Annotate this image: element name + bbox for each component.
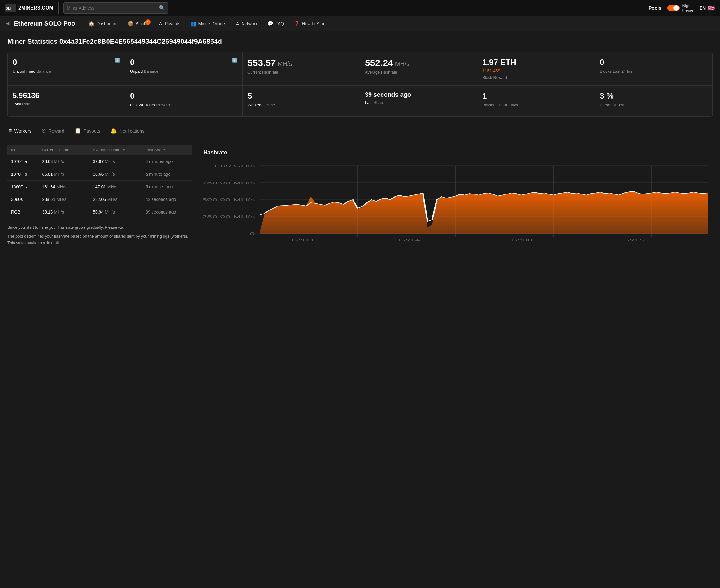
svg-text:12/14: 12/14 [397, 238, 421, 242]
stats-grid: 0 ℹ️ Unconfirmed Balance 0 ℹ️ Unpaid Bal… [7, 52, 713, 117]
blocks-icon: 📦 [128, 21, 134, 26]
svg-text:12:00: 12:00 [509, 238, 533, 242]
nav-item-network[interactable]: 🖥 Network [231, 19, 262, 28]
nav-label-network: Network [242, 21, 257, 26]
stat-personal-luck: 3 % Personal luck [595, 86, 712, 117]
nav-label-how-to-start: How to Start [302, 21, 325, 26]
left-panel: ID Current Hashrate Average Hashrate Las… [7, 145, 192, 251]
logo-text: 2MINERS.COM [19, 5, 53, 11]
nav-item-miners-online[interactable]: 👥 Miners Online [186, 19, 229, 28]
workers-online-label: Workers Online [248, 103, 355, 107]
logo-icon: 2M [5, 4, 16, 12]
tab-reward[interactable]: ⊙ Reward [40, 124, 66, 139]
notifications-tab-label: Notifications [119, 128, 145, 133]
info-icon-unconfirmed[interactable]: ℹ️ [115, 58, 120, 63]
current-hashrate-cell: 38.18 MH/s [38, 206, 89, 218]
block-reward-label: Block Reward [482, 75, 590, 80]
stats-row-1: 0 ℹ️ Unconfirmed Balance 0 ℹ️ Unpaid Bal… [8, 52, 712, 86]
tab-notifications[interactable]: 🔔 Notifications [109, 124, 146, 139]
svg-text:0: 0 [250, 232, 255, 235]
content-grid: ID Current Hashrate Average Hashrate Las… [7, 145, 713, 251]
blocks-30d-label: Blocks Last 30 days [482, 103, 590, 107]
info-line-1: Since you start to mine your hashrate gr… [7, 224, 192, 231]
reward-tab-label: Reward [48, 128, 64, 133]
nav-item-payouts[interactable]: 🗂 Payouts [154, 19, 185, 28]
current-hashrate-cell: 66.81 MH/s [38, 168, 89, 181]
info-icon-unpaid[interactable]: ℹ️ [232, 58, 237, 63]
stat-block-reward: 1.97 ETH 1151.45$ Block Reward [478, 52, 595, 85]
svg-text:12/15: 12/15 [621, 238, 645, 242]
personal-luck-value: 3 % [600, 91, 707, 101]
stat-total-paid: 5.96136 Total Paid [8, 86, 125, 117]
average-hashrate-unit: MH/s [395, 60, 410, 67]
svg-text:250.00 MH/s: 250.00 MH/s [204, 215, 255, 218]
stat-average-hashrate: 552.24 MH/s Average Hashrate [360, 52, 478, 85]
col-header-id: ID [7, 145, 38, 155]
nav-item-how-to-start[interactable]: ❓ How to Start [290, 19, 330, 28]
total-paid-value: 5.96136 [13, 91, 120, 100]
average-hashrate-cell: 38.66 MH/s [89, 168, 142, 181]
nav-label-faq: FAQ [275, 21, 284, 26]
top-navbar: 2M 2MINERS.COM 🔍 Pools Nighttheme EN 🇬🇧 [0, 0, 720, 16]
last-share-value: 39 seconds ago [365, 91, 472, 98]
toggle-knob [674, 5, 679, 11]
faq-icon: 💬 [267, 21, 273, 26]
unconfirmed-value: 0 [13, 58, 17, 67]
stat-unconfirmed-balance: 0 ℹ️ Unconfirmed Balance [8, 52, 125, 85]
block-reward-value: 1.97 ETH [482, 58, 590, 67]
network-icon: 🖥 [235, 21, 240, 26]
nav-item-dashboard[interactable]: 🏠 Dashboard [84, 19, 122, 28]
hashrate-chart: 1.00 GH/s 750.00 MH/s 500.00 MH/s 250.00… [204, 160, 708, 246]
reward-tab-icon: ⊙ [41, 127, 46, 134]
current-hashrate-label: Current Hashrate [248, 70, 355, 75]
chart-title: Hashrate [204, 149, 708, 156]
nav-divider [58, 2, 59, 14]
current-hashrate-cell: 181.34 MH/s [38, 181, 89, 193]
info-text: Since you start to mine your hashrate gr… [7, 224, 192, 246]
nav-item-blocks[interactable]: 📦 Blocks 1 [123, 19, 153, 28]
stat-workers-online: 5 Workers Online [242, 86, 360, 117]
worker-id: 3080s [7, 193, 38, 206]
svg-text:1.00 GH/s: 1.00 GH/s [213, 164, 255, 168]
nav-right: Pools Nighttheme EN 🇬🇧 [649, 3, 715, 13]
nav-item-faq[interactable]: 💬 FAQ [263, 19, 288, 28]
tab-workers[interactable]: ≡ Workers [7, 124, 33, 139]
svg-text:12:00: 12:00 [290, 238, 313, 242]
payouts-icon: 🗂 [158, 21, 163, 26]
blocks-badge: 1 [145, 19, 151, 25]
payouts-tab-icon: 📋 [74, 127, 81, 134]
search-icon: 🔍 [159, 5, 165, 11]
page-title: Miner Statistics 0x4a31Fe2c8B0E4E5654493… [7, 38, 713, 46]
personal-luck-label: Personal luck [600, 103, 707, 107]
current-hashrate-value: 553.57 [248, 58, 276, 68]
search-input[interactable] [67, 5, 159, 10]
search-bar[interactable]: 🔍 [63, 2, 168, 14]
stats-row-2: 5.96136 Total Paid 0 Last 24 Hours Rewar… [8, 86, 712, 117]
col-header-current: Current Hashrate [38, 145, 89, 155]
workers-tab-label: Workers [15, 128, 32, 133]
workers-online-value: 5 [248, 91, 355, 101]
back-arrow[interactable]: ◄ [5, 20, 10, 27]
main-content: Miner Statistics 0x4a31Fe2c8B0E4E5654493… [0, 31, 720, 257]
workers-table: ID Current Hashrate Average Hashrate Las… [7, 145, 192, 218]
last-share-cell: 42 seconds ago [142, 193, 192, 206]
info-line-2: The pool determines your hashrate based … [7, 233, 192, 246]
tabs: ≡ Workers ⊙ Reward 📋 Payouts 🔔 Notificat… [7, 124, 713, 139]
last-share-cell: 5 minutes ago [142, 181, 192, 193]
notifications-tab-icon: 🔔 [110, 127, 117, 134]
pool-nav-items: 🏠 Dashboard 📦 Blocks 1 🗂 Payouts 👥 Miner… [84, 19, 330, 28]
logo[interactable]: 2M 2MINERS.COM [5, 4, 53, 12]
tab-payouts[interactable]: 📋 Payouts [73, 124, 101, 139]
toggle-switch[interactable] [667, 5, 680, 12]
stat-last-24h-reward: 0 Last 24 Hours Reward [125, 86, 242, 117]
pools-link[interactable]: Pools [649, 5, 661, 10]
blocks-24h-value: 0 [600, 58, 707, 67]
lang-selector[interactable]: EN 🇬🇧 [700, 4, 715, 12]
last-share-label: Last Share [365, 100, 472, 105]
table-row: 1070TIb 66.81 MH/s 38.66 MH/s a minute a… [7, 168, 192, 181]
nav-label-dashboard: Dashboard [97, 21, 118, 26]
night-toggle[interactable]: Nighttheme [667, 3, 693, 13]
stat-last-share: 39 seconds ago Last Share [360, 86, 478, 117]
current-hashrate-unit: MH/s [278, 60, 292, 67]
blocks-24h-label: Blocks Last 24 hrs [600, 69, 707, 74]
